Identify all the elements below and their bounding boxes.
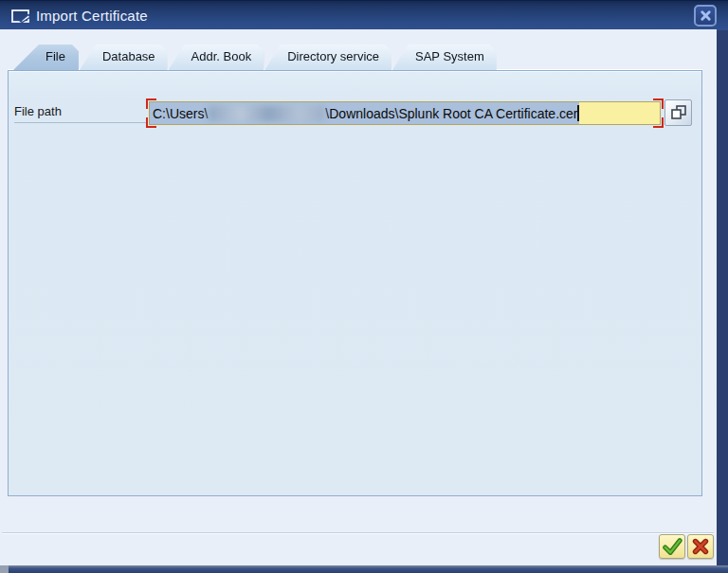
close-x-icon	[700, 9, 712, 22]
tab-directory-service[interactable]: Directory service	[264, 45, 391, 70]
dialog-edit-icon	[10, 8, 31, 25]
file-path-label: File path	[14, 104, 148, 123]
window-title: Import Certificate	[36, 1, 148, 30]
browse-button[interactable]	[664, 99, 692, 126]
resize-grip	[0, 565, 9, 573]
tab-addr-book[interactable]: Addr. Book	[169, 45, 264, 70]
tab-sap-system[interactable]: SAP System	[392, 45, 497, 70]
red-x-icon	[691, 537, 710, 556]
file-path-field[interactable]: C:\Users\\Downloads\Splunk Root CA Certi…	[146, 98, 664, 128]
confirm-button[interactable]	[659, 534, 685, 559]
import-certificate-dialog: Import Certificate File Database Addr. B…	[0, 0, 728, 573]
close-button[interactable]	[694, 5, 717, 27]
browse-files-icon	[669, 103, 688, 122]
redacted-username	[209, 106, 324, 121]
footer-divider	[2, 532, 714, 533]
file-tab-panel: File path C:\Users\\Downloads\Splunk Roo…	[8, 70, 702, 496]
titlebar: Import Certificate	[0, 0, 728, 30]
file-path-prefix: C:\Users\	[153, 106, 208, 121]
tab-bar: File Database Addr. Book Directory servi…	[12, 45, 497, 70]
dialog-body: File Database Addr. Book Directory servi…	[0, 29, 717, 566]
file-path-suffix: \Downloads\Splunk Root CA Certificate.ce…	[325, 106, 577, 121]
text-cursor	[577, 105, 579, 121]
cancel-button[interactable]	[687, 534, 714, 559]
selected-text: C:\Users\\Downloads\Splunk Root CA Certi…	[150, 102, 579, 124]
file-path-input[interactable]: C:\Users\\Downloads\Splunk Root CA Certi…	[149, 101, 661, 125]
window-frame	[0, 565, 728, 573]
tab-database[interactable]: Database	[80, 45, 168, 70]
green-check-icon	[662, 537, 682, 556]
tab-file[interactable]: File	[13, 45, 79, 70]
